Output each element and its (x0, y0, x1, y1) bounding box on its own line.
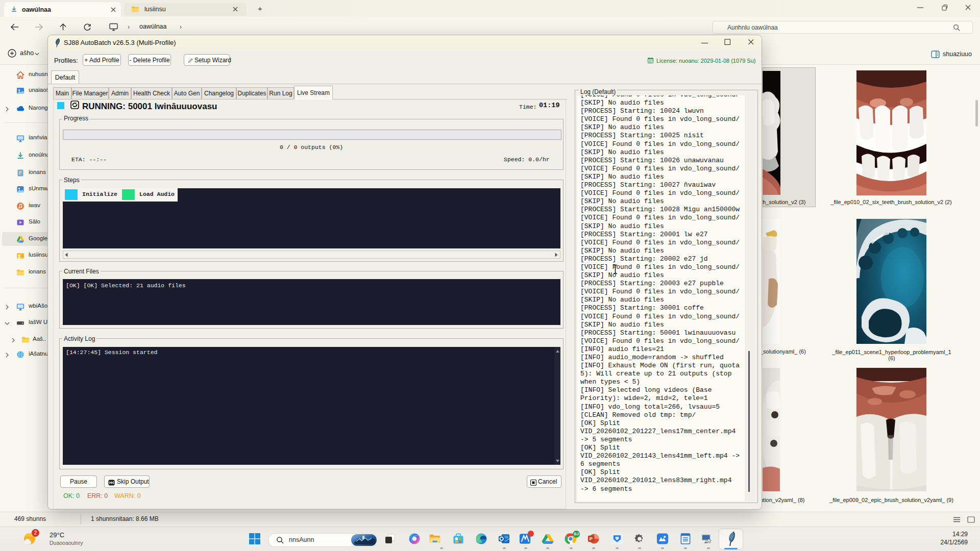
svg-text:P: P (590, 536, 593, 541)
